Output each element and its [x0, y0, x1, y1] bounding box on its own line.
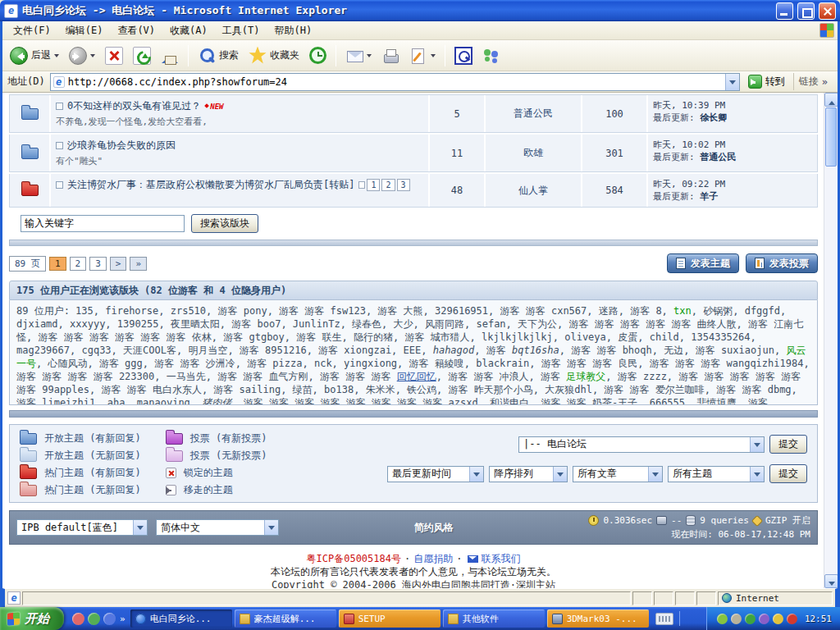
new-poll-label: 发表投票	[769, 257, 809, 271]
browsing-users-header: 175 位用户正在浏览该版块 (82 位游客 和 4 位隐身用户)	[9, 281, 818, 300]
taskbar-button[interactable]: 豪杰超级解...	[235, 609, 336, 628]
edit-button[interactable]	[405, 44, 440, 67]
filter-articles-select[interactable]: 所有文章	[573, 466, 663, 482]
menu-item[interactable]: 查看(V)	[110, 22, 162, 39]
edit-dropdown-icon[interactable]	[431, 54, 436, 60]
update-icon[interactable]	[745, 614, 756, 624]
scroll-down-button[interactable]	[824, 574, 838, 588]
taskbar-button[interactable]: 电白同乡论...	[130, 609, 232, 628]
quick-launch-icon-3[interactable]	[103, 613, 116, 625]
page-link[interactable]: 1	[49, 257, 66, 271]
menu-item[interactable]: 编辑(E)	[58, 22, 111, 39]
new-topic-button[interactable]: 发表主题	[667, 253, 739, 273]
locked-icon	[166, 468, 176, 478]
minimize-button[interactable]	[776, 2, 793, 20]
scroll-up-button[interactable]	[824, 93, 838, 107]
topic-author-link[interactable]: 普通公民	[514, 107, 553, 121]
antivirus-icon[interactable]	[759, 614, 769, 624]
quick-launch-more-icon[interactable]: »	[120, 614, 126, 624]
messenger-button[interactable]	[478, 44, 504, 67]
menu-item[interactable]: 工具(T)	[215, 22, 267, 39]
browsing-users: 89 位用户: 135, firehorse, zrs510, 游客 pony,…	[9, 300, 818, 405]
section-divider-band	[9, 410, 818, 418]
menu-item[interactable]: 收藏(A)	[162, 22, 215, 39]
task-buttons: 电白同乡论...豪杰超级解...SETUP其他软件3DMark03 -...	[130, 609, 649, 628]
status-page-icon: e	[7, 591, 21, 605]
search-forum-button[interactable]: 搜索该版块	[191, 214, 258, 233]
volume-icon[interactable]	[731, 614, 742, 624]
topic-page-link[interactable]: 1	[367, 179, 380, 191]
address-dropdown-button[interactable]	[725, 74, 739, 90]
page-link[interactable]: 3	[89, 257, 107, 271]
close-button[interactable]	[819, 2, 836, 20]
maximize-button[interactable]	[797, 2, 815, 20]
taskbar-button[interactable]: 其他软件	[443, 609, 545, 628]
topic-desc: 不养龟,发现一个怪龟,发给大空看看,	[56, 116, 423, 128]
new-poll-button[interactable]: 发表投票	[746, 253, 818, 273]
forward-dropdown-icon[interactable]	[90, 54, 95, 60]
topic-title-link[interactable]: 关注博贺水厂事：基层政府公权懒散要为博贺水厂乱局负责[转贴]	[67, 178, 354, 192]
page-link[interactable]: >	[110, 257, 127, 271]
topic-last-user-link[interactable]: 羊子	[700, 191, 718, 202]
vertical-scrollbar[interactable]	[824, 93, 838, 588]
network-icon[interactable]	[773, 614, 783, 624]
cd-icon[interactable]	[717, 614, 728, 624]
stop-button[interactable]	[101, 44, 127, 67]
back-button[interactable]: 后退	[6, 44, 63, 67]
links-button[interactable]: 链接 »	[793, 73, 833, 90]
language-select[interactable]: 简体中文	[156, 519, 279, 536]
topic-title-link[interactable]: 沙琅养龟协会失败的原因	[67, 139, 176, 153]
scrollbar-thumb[interactable]	[825, 107, 837, 167]
back-dropdown-icon[interactable]	[54, 54, 59, 60]
topic-title-link[interactable]: 0不知这样的双头龟有谁见过？	[67, 99, 201, 113]
keyword-search-input[interactable]	[21, 215, 185, 232]
skin-select[interactable]: IPB default[蓝色]	[16, 519, 148, 536]
sort-direction-select[interactable]: 降序排列	[489, 466, 568, 482]
taskbar-button[interactable]: SETUP	[339, 609, 441, 628]
search-button[interactable]: 搜索	[194, 44, 243, 67]
filter-topics-select[interactable]: 所有主题	[668, 466, 765, 482]
forward-button[interactable]	[65, 44, 99, 67]
menu-item[interactable]: 帮助(H)	[267, 22, 319, 39]
topic-author-link[interactable]: 仙人掌	[518, 184, 548, 198]
legend-label: 热门主题 (无新回复)	[44, 483, 141, 497]
gzip-icon	[751, 514, 763, 526]
taskbar-button[interactable]: 3DMark03 -...	[547, 609, 649, 628]
mail-dropdown-icon[interactable]	[367, 54, 372, 60]
security-alert-icon[interactable]	[787, 614, 797, 624]
keyboard-layout-icon[interactable]	[655, 613, 673, 625]
home-button[interactable]	[157, 44, 183, 67]
topic-last-user-link[interactable]: 徐长卿	[700, 112, 727, 123]
forum-jump-submit-button[interactable]: 提交	[769, 435, 807, 454]
lite-style-link[interactable]: 简约风格	[279, 521, 588, 535]
mail-button[interactable]	[341, 44, 376, 67]
go-button[interactable]: 转到	[745, 75, 788, 89]
history-button[interactable]	[305, 44, 331, 66]
topic-marker-icon	[56, 142, 63, 149]
topic-last-user-link[interactable]: 普通公民	[700, 152, 736, 162]
contact-link[interactable]: 联系我们	[481, 553, 520, 564]
start-button[interactable]: 开始	[0, 607, 64, 630]
quick-launch-icon-1[interactable]	[72, 613, 84, 625]
topic-page-link[interactable]: 2	[381, 179, 395, 191]
menu-item[interactable]: 文件(F)	[6, 22, 58, 39]
topic-author-link[interactable]: 欧雄	[523, 146, 543, 160]
page-link[interactable]: »	[130, 257, 147, 271]
topic-views: 100	[581, 95, 646, 132]
topic-page-link[interactable]: 3	[397, 179, 410, 191]
legend-item: 移走的主题	[166, 483, 267, 497]
quick-launch-icon-2[interactable]	[88, 613, 100, 625]
sort-by-select[interactable]: 最后更新时间	[387, 466, 484, 482]
windows-flag-icon	[7, 612, 20, 625]
page-link[interactable]: 2	[70, 257, 87, 271]
refresh-button[interactable]	[129, 44, 155, 67]
disclaimer-text: 本论坛的所有言论只代表发表者的个人意见，与本论坛立场无关。	[9, 565, 818, 578]
qq-app-button[interactable]	[450, 44, 477, 67]
address-input[interactable]: e http://0668.cc/index.php?showforum=24	[50, 73, 740, 91]
donate-link[interactable]: 自愿捐助	[413, 553, 453, 564]
favorites-button[interactable]: 收藏夹	[244, 44, 304, 67]
user-list-segment: 足球教父	[566, 371, 605, 382]
print-button[interactable]	[377, 44, 404, 67]
filter-submit-button[interactable]: 提交	[769, 464, 807, 483]
forum-jump-select[interactable]: |-- 电白论坛	[518, 436, 765, 453]
